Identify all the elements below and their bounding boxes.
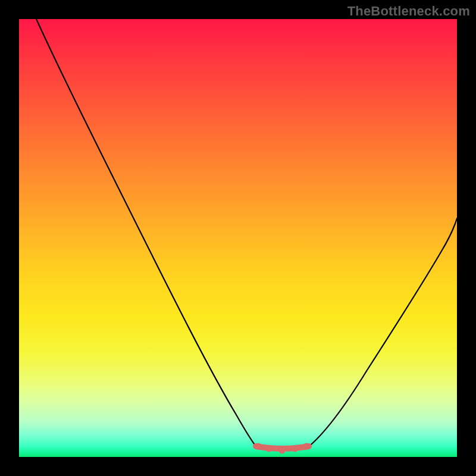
optimal-zone-dot	[266, 446, 273, 452]
plot-area	[19, 19, 457, 457]
curve-left-branch	[36, 19, 257, 447]
chart-frame: TheBottleneck.com	[0, 0, 476, 476]
optimal-zone-dot	[255, 443, 262, 450]
optimal-zone-dot	[279, 447, 286, 454]
optimal-zone-dot	[303, 443, 310, 450]
optimal-zone-dot	[292, 446, 299, 452]
curve-right-branch	[308, 218, 457, 447]
watermark-text: TheBottleneck.com	[347, 4, 470, 19]
chart-svg	[19, 19, 457, 457]
